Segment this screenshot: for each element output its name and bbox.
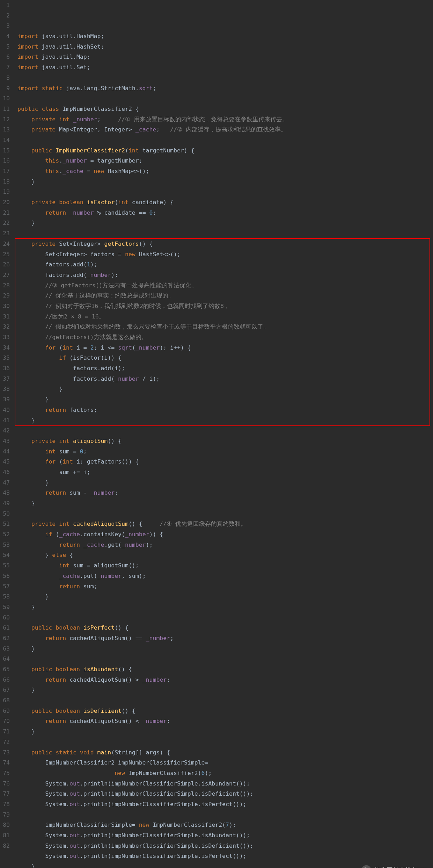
code-line[interactable] — [17, 73, 433, 83]
code-line[interactable]: public static void main(String[] args) { — [17, 747, 433, 758]
code-line[interactable]: this._number = targetNumber; — [17, 156, 433, 166]
code-line[interactable]: int sum = aliquotSum(); — [17, 560, 433, 571]
line-number: 7 — [0, 62, 10, 73]
code-line[interactable]: return cachedAliquotSum() > _number; — [17, 675, 433, 685]
code-line[interactable]: factors.add(i); — [17, 363, 433, 374]
code-line[interactable]: } — [17, 644, 433, 654]
code-line[interactable]: factors.add(_number); — [17, 270, 433, 280]
code-line[interactable]: } — [17, 478, 433, 488]
code-line[interactable]: // 优化基于这样的事实：约数总是成对出现的。 — [17, 290, 433, 301]
code-line[interactable]: System.out.println(impNumberClassifierSi… — [17, 851, 433, 861]
code-line[interactable]: } else { — [17, 550, 433, 560]
code-line[interactable]: //getFactors()方法就是这么做的。 — [17, 332, 433, 343]
code-line[interactable]: int sum = 0; — [17, 446, 433, 457]
line-number: 25 — [0, 249, 10, 260]
code-line[interactable]: return sum; — [17, 581, 433, 592]
code-line[interactable]: return cachedAliquotSum() == _number; — [17, 633, 433, 644]
code-line[interactable] — [17, 135, 433, 145]
code-line[interactable] — [17, 93, 433, 104]
code-line[interactable]: factors.add(1); — [17, 259, 433, 270]
code-line[interactable]: factors.add(_number / i); — [17, 374, 433, 384]
code-line[interactable]: System.out.println(impNumberClassifierSi… — [17, 799, 433, 810]
code-line[interactable]: //③ getFactors()方法内有一处提高性能的算法优化。 — [17, 280, 433, 291]
code-line[interactable] — [17, 509, 433, 519]
code-line[interactable]: return _number % candidate == 0; — [17, 208, 433, 218]
code-line[interactable]: for (int i: getFactors()) { — [17, 457, 433, 467]
code-line[interactable]: public ImpNumberClassifier2(int targetNu… — [17, 145, 433, 156]
code-line[interactable]: } — [17, 218, 433, 228]
code-line[interactable]: public boolean isAbundant() { — [17, 664, 433, 675]
line-number: 52 — [0, 529, 10, 540]
code-line[interactable]: import java.util.HashMap; — [17, 31, 433, 42]
code-line[interactable]: } — [17, 177, 433, 187]
line-number: 36 — [0, 363, 10, 374]
code-line[interactable]: } — [17, 498, 433, 509]
code-line[interactable] — [17, 810, 433, 820]
code-line[interactable]: import java.util.HashSet; — [17, 42, 433, 52]
code-line[interactable]: new ImpNumberClassifier2(6); — [17, 768, 433, 779]
code-line[interactable]: public boolean isPerfect() { — [17, 623, 433, 633]
code-line[interactable]: } — [17, 685, 433, 695]
code-line[interactable]: return _cache.get(_number); — [17, 540, 433, 550]
code-line[interactable]: // 假如我们成对地采集约数，那么只要检查小于或等于目标数平方根的数就可以了。 — [17, 322, 433, 332]
code-line[interactable]: System.out.println(impNumberClassifierSi… — [17, 830, 433, 841]
code-line[interactable] — [17, 654, 433, 664]
code-line[interactable]: ImpNumberClassifier2 impNumberClassifier… — [17, 758, 433, 768]
line-number: 50 — [0, 509, 10, 519]
code-line[interactable]: // 例如对于数字16，我们找到约数2的时候，也就同时找到了约数8， — [17, 301, 433, 311]
code-line[interactable]: public class ImpNumberClassifier2 { — [17, 104, 433, 114]
code-line[interactable]: if (isFactor(i)) { — [17, 353, 433, 363]
code-line[interactable]: private Set<Integer> getFactors() { — [17, 239, 433, 249]
line-number: 22 — [0, 218, 10, 228]
code-line[interactable]: import static java.lang.StrictMath.sqrt; — [17, 83, 433, 94]
code-line[interactable]: private boolean isFactor(int candidate) … — [17, 197, 433, 208]
code-line[interactable]: import java.util.Set; — [17, 62, 433, 73]
code-line[interactable]: for (int i = 2; i <= sqrt(_number); i++)… — [17, 343, 433, 353]
code-line[interactable]: sum += i; — [17, 467, 433, 478]
code-line[interactable]: } — [17, 591, 433, 602]
code-line[interactable]: //因为2 × 8 = 16。 — [17, 311, 433, 322]
code-line[interactable]: return cachedAliquotSum() < _number; — [17, 716, 433, 726]
line-number: 20 — [0, 197, 10, 208]
line-number: 13 — [0, 124, 10, 135]
code-line[interactable]: System.out.println(impNumberClassifierSi… — [17, 789, 433, 799]
code-editor[interactable]: 1234567891011121314151617181920212223242… — [0, 0, 433, 868]
code-line[interactable]: private int aliquotSum() { — [17, 436, 433, 446]
code-line[interactable]: return factors; — [17, 405, 433, 415]
code-line[interactable] — [17, 425, 433, 436]
line-number: 68 — [0, 695, 10, 706]
code-line[interactable]: if (_cache.containsKey(_number)) { — [17, 529, 433, 540]
code-line[interactable]: } — [17, 602, 433, 612]
line-number: 1 — [0, 0, 10, 10]
code-line[interactable]: this._cache = new HashMap<>(); — [17, 166, 433, 177]
code-line[interactable]: return sum - _number; — [17, 488, 433, 498]
code-line[interactable]: } — [17, 394, 433, 405]
code-line[interactable] — [17, 612, 433, 623]
code-line[interactable]: } — [17, 415, 433, 426]
code-line[interactable]: public boolean isDeficient() { — [17, 706, 433, 716]
line-number: 78 — [0, 799, 10, 810]
code-line[interactable]: Set<Integer> factors = new HashSet<>(); — [17, 249, 433, 260]
code-line[interactable]: System.out.println(impNumberClassifierSi… — [17, 779, 433, 789]
line-number: 73 — [0, 747, 10, 758]
code-line[interactable] — [17, 737, 433, 747]
code-line[interactable]: import java.util.Map; — [17, 52, 433, 62]
line-number: 17 — [0, 166, 10, 177]
code-area[interactable]: import java.util.HashMap;import java.uti… — [14, 0, 433, 868]
code-line[interactable]: System.out.println(impNumberClassifierSi… — [17, 841, 433, 851]
line-number: 56 — [0, 571, 10, 581]
code-line[interactable]: impNumberClassifierSimple= new ImpNumber… — [17, 820, 433, 830]
code-line[interactable]: private int _number; //① 用来放置目标数的内部状态，免得… — [17, 114, 433, 125]
line-number: 45 — [0, 457, 10, 467]
code-line[interactable]: } — [17, 726, 433, 737]
code-line[interactable] — [17, 228, 433, 239]
code-line[interactable]: } — [17, 384, 433, 394]
code-line[interactable]: private Map<Integer, Integer> _cache; //… — [17, 124, 433, 135]
code-line[interactable] — [17, 695, 433, 706]
code-line[interactable]: _cache.put(_number, sum); — [17, 571, 433, 581]
line-number: 59 — [0, 602, 10, 612]
code-line[interactable]: private int cachedAliquotSum() { //④ 优先返… — [17, 519, 433, 529]
line-number: 34 — [0, 343, 10, 353]
code-line[interactable] — [17, 187, 433, 197]
line-number: 29 — [0, 290, 10, 301]
